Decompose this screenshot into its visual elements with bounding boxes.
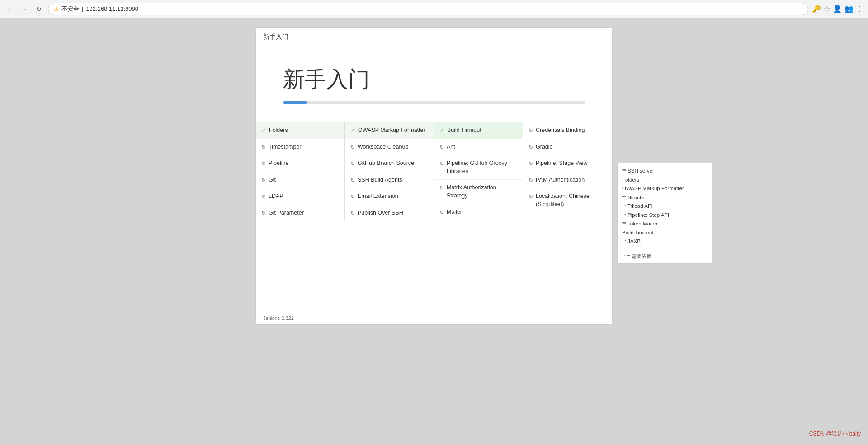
- plugin-item-folders[interactable]: ✓ Folders: [256, 122, 344, 139]
- content-spacer: [256, 221, 612, 312]
- refresh-icon: ↻: [350, 177, 355, 183]
- progress-bar-container: [283, 101, 585, 104]
- plugin-name: Folders: [269, 126, 288, 135]
- plugin-name: Pipeline: Stage View: [536, 159, 587, 168]
- plugin-name: Timestamper: [269, 143, 301, 151]
- url-text: 不安全: [61, 5, 79, 13]
- refresh-icon: ↻: [350, 160, 355, 167]
- plugin-item-gradle[interactable]: ↻ Gradle: [523, 139, 612, 156]
- info-panel-content: ** SSH server Folders OWASP Markup Forma…: [622, 167, 707, 246]
- refresh-icon: ↻: [439, 209, 444, 215]
- user-icon[interactable]: 👥: [844, 5, 854, 13]
- refresh-icon: ↻: [439, 144, 444, 150]
- address-bar[interactable]: ⚠ 不安全 | 192.168.11.11:8080: [48, 3, 808, 15]
- watermark: CSDN @我是小 baity: [809, 430, 861, 438]
- plugin-item-build-timeout[interactable]: ✓ Build Timeout: [434, 122, 523, 139]
- check-icon: ✓: [261, 127, 266, 134]
- refresh-icon: ↻: [350, 193, 355, 200]
- refresh-icon: ↻: [350, 144, 355, 150]
- hero-title: 新手入门: [283, 65, 585, 94]
- plugin-item-mailer[interactable]: ↻ Mailer: [434, 204, 523, 220]
- plugin-name: Pipeline: [269, 159, 288, 168]
- key-icon[interactable]: 🔑: [812, 5, 821, 13]
- plugin-item-localization-chinese[interactable]: ↻ Localization: Chinese (Simplified): [523, 188, 612, 212]
- card-header: 新手入门: [256, 28, 612, 47]
- plugin-name: SSH Build Agents: [358, 176, 402, 184]
- plugin-name: Matrix Authorization Strategy: [447, 184, 517, 200]
- plugin-item-email-extension[interactable]: ↻ Email Extension: [345, 188, 434, 205]
- plugin-name: Ant: [447, 143, 455, 151]
- refresh-icon: ↻: [528, 144, 533, 150]
- plugin-item-timestamper[interactable]: ↻ Timestamper: [256, 139, 344, 156]
- progress-bar-fill: [283, 101, 307, 104]
- plugin-item-pipeline-groovy[interactable]: ↻ Pipeline: GitHub Groovy Libraries: [434, 155, 523, 180]
- main-card: 新手入门 新手入门 ✓ Folders ↻: [255, 27, 613, 325]
- menu-icon[interactable]: ⋮: [856, 5, 863, 13]
- plugin-item-matrix-auth[interactable]: ↻ Matrix Authorization Strategy: [434, 180, 523, 204]
- refresh-icon: ↻: [261, 177, 266, 183]
- plugin-name: Workspace Cleanup: [358, 143, 408, 151]
- plugin-name: LDAP: [269, 192, 283, 201]
- plugin-name: Git Parameter: [269, 209, 304, 217]
- plugin-grid: ✓ Folders ↻ Timestamper ↻ Pipeline ↻ Git: [256, 122, 612, 221]
- plugin-name: Email Extension: [358, 192, 398, 201]
- refresh-icon: ↻: [261, 193, 266, 200]
- refresh-icon: ↻: [261, 160, 266, 167]
- plugin-name: Publish Over SSH: [358, 209, 403, 217]
- refresh-icon: ↻: [439, 160, 444, 167]
- refresh-icon: ↻: [528, 177, 533, 183]
- plugin-col-4: ↻ Credentials Binding ↻ Gradle ↻ Pipelin…: [523, 122, 612, 221]
- footer-label: Jenkins 2.322: [263, 315, 294, 321]
- plugin-name: PAM Authentication: [536, 176, 585, 184]
- reload-button[interactable]: ↻: [33, 4, 44, 14]
- card-header-label: 新手入门: [263, 33, 288, 40]
- url-separator: |: [82, 5, 83, 12]
- plugin-col-1: ✓ Folders ↻ Timestamper ↻ Pipeline ↻ Git: [256, 122, 345, 221]
- refresh-icon: ↻: [261, 210, 266, 216]
- plugin-item-git-parameter[interactable]: ↻ Git Parameter: [256, 205, 344, 221]
- plugin-item-pam-auth[interactable]: ↻ PAM Authentication: [523, 172, 612, 189]
- refresh-icon: ↻: [439, 185, 444, 191]
- url-address: 192.168.11.11:8080: [86, 5, 138, 12]
- plugin-item-credentials-binding[interactable]: ↻ Credentials Binding: [523, 122, 612, 139]
- warning-icon: ⚠: [54, 6, 59, 12]
- profile-icon[interactable]: 👤: [833, 5, 842, 13]
- browser-chrome: ← → ↻ ⚠ 不安全 | 192.168.11.11:8080 🔑 ☆ 👤 👥…: [0, 0, 868, 18]
- plugin-name: GitHub Branch Source: [358, 159, 414, 168]
- plugin-name: Mailer: [447, 208, 462, 216]
- plugin-item-workspace-cleanup[interactable]: ↻ Workspace Cleanup: [345, 139, 434, 156]
- plugin-name: OWASP Markup Formatter: [358, 126, 425, 135]
- plugin-name: Build Timeout: [447, 126, 481, 135]
- page-wrapper: 新手入门 新手入门 ✓ Folders ↻: [0, 18, 868, 445]
- plugin-name: Credentials Binding: [536, 126, 585, 135]
- plugin-item-ssh-build-agents[interactable]: ↻ SSH Build Agents: [345, 172, 434, 189]
- card-footer: Jenkins 2.322: [256, 312, 612, 324]
- plugin-item-github-branch-source[interactable]: ↻ GitHub Branch Source: [345, 155, 434, 172]
- refresh-icon: ↻: [261, 144, 266, 150]
- forward-button[interactable]: →: [19, 4, 30, 14]
- star-icon[interactable]: ☆: [824, 5, 830, 13]
- plugin-item-owasp[interactable]: ✓ OWASP Markup Formatter: [345, 122, 434, 139]
- info-panel: ** SSH server Folders OWASP Markup Forma…: [617, 163, 712, 264]
- refresh-icon: ↻: [528, 193, 533, 200]
- plugin-item-pipeline[interactable]: ↻ Pipeline: [256, 155, 344, 172]
- plugin-item-git[interactable]: ↻ Git: [256, 172, 344, 189]
- refresh-icon: ↻: [528, 160, 533, 167]
- plugin-item-ldap[interactable]: ↻ LDAP: [256, 188, 344, 205]
- info-panel-footer: ** = 需要依赖: [622, 250, 707, 260]
- plugin-name: Localization: Chinese (Simplified): [536, 192, 607, 208]
- hero-section: 新手入门: [256, 47, 612, 122]
- plugin-item-publish-over-ssh[interactable]: ↻ Publish Over SSH: [345, 205, 434, 221]
- plugin-item-ant[interactable]: ↻ Ant: [434, 139, 523, 156]
- plugin-item-pipeline-stage-view[interactable]: ↻ Pipeline: Stage View: [523, 155, 612, 172]
- back-button[interactable]: ←: [5, 4, 15, 14]
- plugin-col-3: ✓ Build Timeout ↻ Ant ↻ Pipeline: GitHub…: [434, 122, 523, 221]
- plugin-name: Gradle: [536, 143, 553, 151]
- check-icon: ✓: [439, 127, 444, 134]
- plugin-col-2: ✓ OWASP Markup Formatter ↻ Workspace Cle…: [345, 122, 434, 221]
- check-icon: ✓: [350, 127, 355, 134]
- browser-action-buttons: 🔑 ☆ 👤 👥 ⋮: [812, 5, 863, 13]
- refresh-icon: ↻: [528, 127, 533, 134]
- refresh-icon: ↻: [350, 210, 355, 216]
- plugin-name: Git: [269, 176, 276, 184]
